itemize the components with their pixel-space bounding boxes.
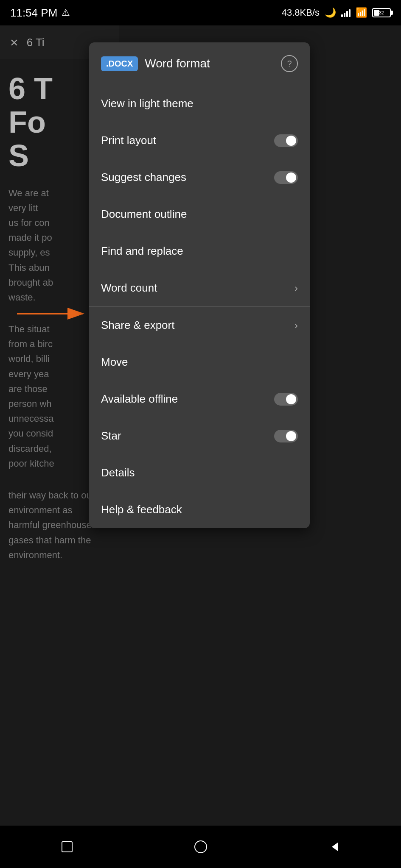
help-icon[interactable]: ?	[281, 55, 298, 72]
status-right: 43.8KB/s 🌙 📶 32	[282, 7, 391, 18]
menu-item-details[interactable]: Details	[89, 454, 310, 491]
svg-point-3	[195, 841, 207, 853]
menu-item-label: Word count	[101, 281, 294, 295]
menu-item-label: View in light theme	[101, 97, 298, 110]
doc-title-short: 6 Ti	[27, 36, 45, 49]
star-toggle[interactable]	[274, 430, 298, 442]
menu-item-label: Details	[101, 466, 298, 479]
svg-marker-4	[332, 843, 338, 851]
menu-item-label: Move	[101, 356, 298, 369]
time-label: 11:54 PM	[10, 6, 57, 19]
menu-item-word-count[interactable]: Word count ›	[89, 270, 310, 306]
warning-icon: ⚠	[62, 7, 70, 18]
available-offline-toggle[interactable]	[274, 393, 298, 406]
menu-item-share-export[interactable]: Share & export ›	[89, 307, 310, 344]
menu-item-label: Share & export	[101, 319, 294, 332]
battery-level: 32	[373, 11, 390, 15]
menu-item-star[interactable]: Star	[89, 417, 310, 454]
close-button[interactable]: ×	[10, 35, 18, 50]
menu-item-label: Document outline	[101, 208, 298, 221]
bottom-nav	[0, 826, 401, 868]
menu-item-document-outline[interactable]: Document outline	[89, 196, 310, 233]
moon-icon: 🌙	[325, 7, 336, 18]
menu-item-label: Star	[101, 429, 274, 442]
network-speed: 43.8KB/s	[282, 7, 320, 18]
menu-item-label: Help & feedback	[101, 503, 298, 516]
wifi-icon: 📶	[356, 7, 367, 18]
svg-rect-2	[62, 842, 72, 852]
circle-nav-button[interactable]	[184, 830, 218, 864]
arrow-annotation	[13, 305, 89, 322]
menu-item-label: Available offline	[101, 392, 274, 406]
print-layout-toggle[interactable]	[274, 134, 298, 147]
signal-icon	[341, 8, 351, 17]
menu-item-label: Suggest changes	[101, 171, 274, 184]
suggest-changes-toggle[interactable]	[274, 171, 298, 184]
status-bar: 11:54 PM ⚠ 43.8KB/s 🌙 📶 32	[0, 0, 401, 25]
menu-item-print-layout[interactable]: Print layout	[89, 122, 310, 159]
back-nav-button[interactable]	[317, 830, 351, 864]
menu-header-title: Word format	[145, 57, 274, 70]
menu-item-label: Print layout	[101, 134, 274, 147]
battery-icon: 32	[372, 8, 391, 17]
menu-header: .DOCX Word format ?	[89, 42, 310, 85]
status-left: 11:54 PM ⚠	[10, 6, 70, 19]
docx-badge: .DOCX	[101, 56, 138, 71]
menu-item-suggest-changes[interactable]: Suggest changes	[89, 159, 310, 196]
menu-item-move[interactable]: Move	[89, 344, 310, 381]
chevron-right-icon: ›	[294, 320, 298, 331]
menu-item-label: Find and replace	[101, 245, 298, 258]
menu-item-find-replace[interactable]: Find and replace	[89, 233, 310, 270]
home-nav-button[interactable]	[50, 830, 84, 864]
menu-item-view-light-theme[interactable]: View in light theme	[89, 85, 310, 122]
chevron-right-icon: ›	[294, 282, 298, 294]
menu-item-available-offline[interactable]: Available offline	[89, 381, 310, 417]
dropdown-menu: .DOCX Word format ? View in light theme …	[89, 42, 310, 528]
menu-item-help-feedback[interactable]: Help & feedback	[89, 491, 310, 528]
